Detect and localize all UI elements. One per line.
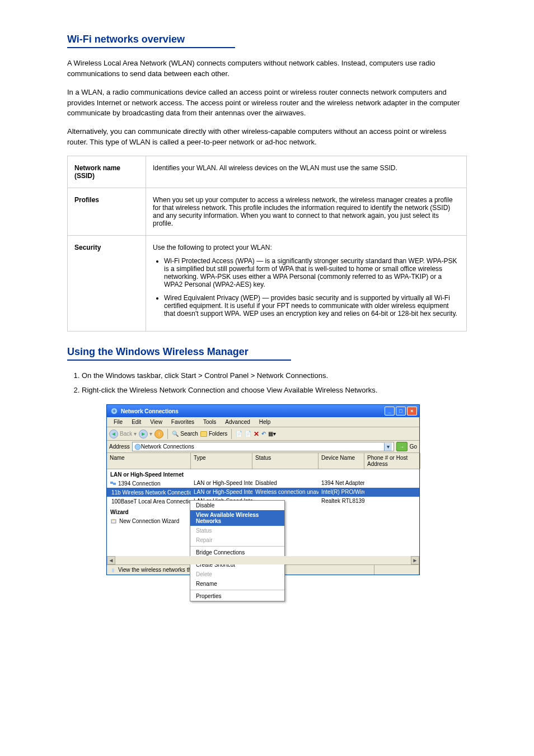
step-2: Right-click the Wireless Network Connect… — [82, 385, 467, 395]
status-panel-2 — [374, 565, 419, 575]
row-security-label: Security — [68, 235, 146, 331]
ctx-view-available[interactable]: View Available Wireless Networks — [190, 510, 284, 526]
window-title: Network Connections — [121, 408, 179, 414]
go-button[interactable]: → — [396, 442, 407, 451]
network-connections-window: Network Connections _ □ × File Edit View… — [106, 404, 420, 575]
step-1: On the Windows taskbar, click Start > Co… — [82, 371, 467, 381]
search-button[interactable]: 🔍 Search — [172, 431, 198, 437]
conn-name: 1394 Connection — [118, 480, 161, 487]
row-ssid-body: Identifies your WLAN. All wireless devic… — [146, 156, 467, 188]
window-icon — [110, 407, 118, 415]
ctx-repair[interactable]: Repair — [190, 535, 284, 545]
ctx-delete[interactable]: Delete — [190, 570, 284, 579]
scroll-right-arrow[interactable]: ► — [411, 556, 419, 564]
menu-bar[interactable]: File Edit View Favorites Tools Advanced … — [107, 417, 419, 427]
scroll-left-arrow[interactable]: ◄ — [107, 556, 115, 564]
menu-tools[interactable]: Tools — [199, 418, 221, 426]
menu-view[interactable]: View — [146, 418, 167, 426]
tool-icon-2[interactable]: 📄 — [245, 431, 251, 437]
svg-rect-12 — [112, 568, 114, 572]
security-bullet-wep: Wired Equivalent Privacy (WEP) — provide… — [164, 294, 460, 318]
col-phone[interactable]: Phone # or Host Address — [364, 453, 420, 469]
forward-button[interactable]: ► ▾ — [139, 430, 152, 438]
steps-list: On the Windows taskbar, click Start > Co… — [82, 371, 467, 395]
folders-label: Folders — [209, 431, 227, 437]
network-table: Network name (SSID) Identifies your WLAN… — [67, 156, 467, 332]
column-headers[interactable]: Name Type Status Device Name Phone # or … — [107, 453, 419, 469]
ctx-properties[interactable]: Properties — [190, 591, 284, 601]
section-underline-2 — [67, 360, 291, 361]
undo-tool-button[interactable]: ↶ — [261, 431, 266, 437]
up-button[interactable]: ↑ — [154, 430, 163, 438]
menu-help[interactable]: Help — [255, 418, 275, 426]
group-lan: LAN or High-Speed Internet — [107, 469, 419, 479]
menu-advanced[interactable]: Advanced — [221, 418, 254, 426]
overview-para-1: A Wireless Local Area Network (WLAN) con… — [67, 58, 467, 80]
col-name[interactable]: Name — [107, 453, 191, 469]
conn-name: 100BaseT Local Area Connection — [111, 498, 191, 505]
window-titlebar[interactable]: Network Connections _ □ × — [107, 405, 419, 417]
close-button[interactable]: × — [407, 407, 417, 416]
table-row: Network name (SSID) Identifies your WLAN… — [68, 156, 467, 188]
security-bullet-wpa: Wi-Fi Protected Access (WPA) — is a sign… — [164, 257, 460, 288]
conn-device: Realtek RTL8139/810x... — [318, 497, 364, 505]
list-item[interactable]: 1394 Connection LAN or High-Speed Intern… — [107, 479, 419, 488]
list-content: LAN or High-Speed Internet 1394 Connecti… — [107, 469, 419, 564]
folders-button[interactable]: Folders — [200, 431, 227, 437]
toolbar: ◄ Back ▾ ► ▾ ↑ 🔍 Search Folders 📄 📄 ✕ ↶ … — [107, 427, 419, 441]
search-label: Search — [180, 431, 198, 437]
menu-edit[interactable]: Edit — [127, 418, 146, 426]
wizard-label: New Connection Wizard — [119, 518, 179, 524]
table-row: Profiles When you set up your computer t… — [68, 188, 467, 235]
delete-icon: ✕ — [254, 430, 259, 438]
ctx-status[interactable]: Status — [190, 526, 284, 535]
go-label: Go — [410, 444, 417, 450]
ctx-separator — [190, 546, 284, 547]
minimize-button[interactable]: _ — [385, 407, 395, 416]
section-underline-1 — [67, 47, 235, 48]
search-icon: 🔍 — [172, 431, 179, 437]
section-title-1: Wi-Fi networks overview — [67, 34, 467, 45]
menu-file[interactable]: File — [109, 418, 127, 426]
address-bar: Address Network Connections ▾ → Go — [107, 441, 419, 453]
delete-tool-button[interactable]: ✕ — [254, 430, 259, 438]
address-label: Address — [109, 444, 130, 450]
svg-rect-6 — [110, 482, 113, 484]
address-input[interactable]: Network Connections ▾ — [132, 442, 394, 451]
back-button[interactable]: ◄ Back ▾ — [109, 430, 137, 438]
col-type[interactable]: Type — [191, 453, 252, 469]
row-security-body: Use the following to protect your WLAN: … — [146, 235, 467, 331]
row-profiles-label: Profiles — [68, 188, 146, 235]
conn-status: Wireless connection unavailable — [252, 488, 318, 496]
conn-type: LAN or High-Speed Internet — [191, 488, 252, 496]
list-item-selected[interactable]: 11b Wireless Network Connection LAN or H… — [107, 488, 419, 497]
conn-device: Intel(R) PRO/Wireless ... — [318, 488, 364, 496]
toolbar-separator — [167, 429, 168, 439]
back-label: Back — [120, 431, 132, 437]
col-device[interactable]: Device Name — [318, 453, 364, 469]
toolbar-separator — [231, 429, 232, 439]
conn-device: 1394 Net Adapter — [318, 479, 364, 487]
address-dropdown-icon[interactable]: ▾ — [384, 443, 392, 451]
folders-icon — [200, 431, 207, 437]
table-row: Security Use the following to protect yo… — [68, 235, 467, 331]
horizontal-scrollbar[interactable]: ◄ ► — [107, 556, 419, 564]
menu-favorites[interactable]: Favorites — [167, 418, 199, 426]
context-menu[interactable]: Disable View Available Wireless Networks… — [190, 500, 285, 601]
address-value: Network Connections — [141, 444, 194, 450]
tool-icon-1[interactable]: 📄 — [236, 431, 242, 437]
row-profiles-body: When you set up your computer to access … — [146, 188, 467, 235]
maximize-button[interactable]: □ — [396, 407, 406, 416]
svg-rect-7 — [113, 483, 116, 485]
ctx-rename[interactable]: Rename — [190, 579, 284, 589]
views-button[interactable]: ▦▾ — [268, 431, 276, 437]
ctx-disable[interactable]: Disable — [190, 501, 284, 510]
section-title-2: Using the Windows Wireless Manager — [67, 346, 467, 358]
overview-para-2: In a WLAN, a radio communications device… — [67, 87, 467, 119]
status-icon — [110, 567, 116, 573]
wizard-icon — [110, 517, 117, 524]
col-status[interactable]: Status — [252, 453, 318, 469]
up-icon: ↑ — [154, 430, 163, 438]
windows-logo-icon — [408, 418, 417, 427]
forward-icon: ► — [139, 430, 148, 438]
